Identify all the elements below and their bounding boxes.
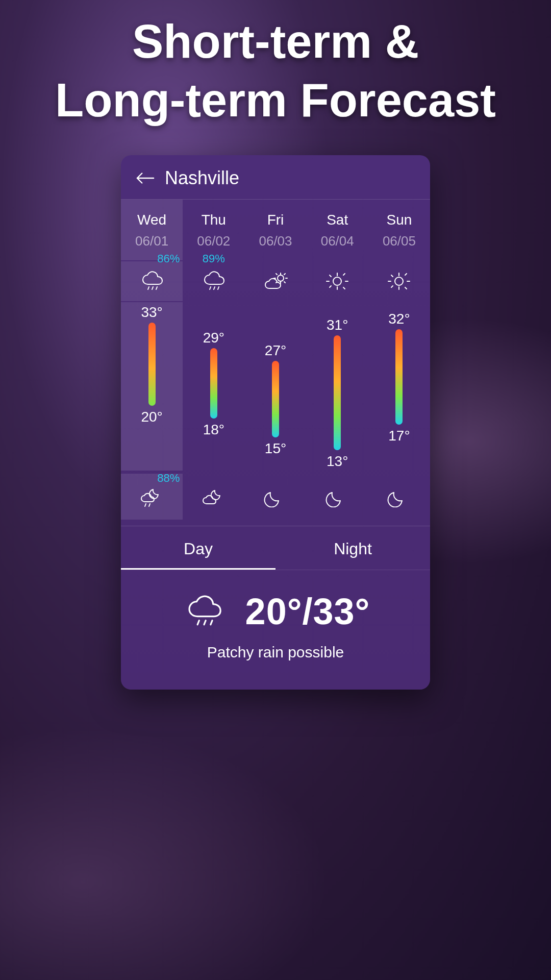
night-weather-icon-cell	[244, 474, 306, 520]
day-weather-icon-cell: 89%	[183, 261, 244, 301]
temp-bar	[395, 329, 403, 425]
temp-bar-cell: 32°17°	[368, 302, 430, 471]
hero-line-1: Short-term &	[0, 12, 551, 71]
rain-icon	[181, 594, 227, 629]
temp-bar-cell: 33°20°	[121, 302, 183, 471]
day-icons-row: 86%89%	[121, 261, 430, 301]
night-weather-icon-cell	[307, 474, 368, 520]
moon-icon	[261, 486, 290, 507]
moon-icon	[385, 486, 413, 507]
moon-icon	[323, 486, 352, 507]
temp-bars-row: 33°20°29°18°27°15°31°13°32°17°	[121, 302, 430, 471]
temp-bar-cell: 27°15°	[244, 302, 306, 471]
temp-bar	[272, 361, 279, 437]
day-name: Sat	[307, 212, 368, 228]
precip-chance: 86%	[157, 252, 180, 265]
day-date: 06/01	[121, 233, 183, 249]
moon-rain-icon	[138, 486, 166, 507]
temp-high: 27°	[265, 342, 286, 359]
day-weather-icon-cell	[244, 261, 306, 301]
day-column[interactable]: Sun06/05	[368, 200, 430, 260]
temp-low: 20°	[141, 409, 162, 425]
hero-title: Short-term & Long-term Forecast	[0, 0, 551, 130]
day-weather-icon-cell	[368, 261, 430, 301]
summary-temp: 20°/33°	[245, 591, 370, 632]
summary-desc: Patchy rain possible	[207, 644, 344, 661]
temp-bar	[210, 348, 217, 419]
temp-bar	[148, 323, 156, 406]
day-weather-icon-cell	[307, 261, 368, 301]
temp-low: 17°	[388, 428, 410, 444]
temp-low: 13°	[327, 453, 348, 470]
partly-icon	[261, 271, 290, 292]
day-date: 06/05	[368, 233, 430, 249]
weather-app-card: Nashville Wed06/01Thu06/02Fri06/03Sat06/…	[121, 155, 430, 690]
temp-low: 15°	[265, 440, 286, 457]
moon-cloud-icon	[199, 486, 228, 507]
precip-chance: 89%	[203, 252, 225, 265]
night-icons-row: 88%	[121, 474, 430, 520]
day-night-tabs: Day Night	[121, 526, 430, 570]
precip-chance: 88%	[157, 472, 180, 485]
day-date: 06/04	[307, 233, 368, 249]
temp-high: 33°	[141, 304, 162, 321]
temp-bar-cell: 31°13°	[307, 302, 368, 471]
temp-low: 18°	[203, 422, 224, 438]
night-weather-icon-cell: 88%	[121, 474, 183, 520]
temp-high: 32°	[388, 311, 410, 327]
day-weather-icon-cell: 86%	[121, 261, 183, 301]
rain-icon	[199, 271, 228, 292]
day-name: Thu	[183, 212, 244, 228]
day-column[interactable]: Fri06/03	[244, 200, 306, 260]
sun-icon	[385, 271, 413, 292]
hero-line-2: Long-term Forecast	[0, 71, 551, 130]
day-date: 06/02	[183, 233, 244, 249]
rain-icon	[138, 271, 166, 292]
summary-panel: 20°/33° Patchy rain possible	[121, 570, 430, 690]
sun-icon	[323, 271, 352, 292]
location-name: Nashville	[165, 167, 239, 189]
day-column[interactable]: Sat06/04	[307, 200, 368, 260]
tab-night[interactable]: Night	[276, 526, 430, 570]
night-weather-icon-cell	[368, 474, 430, 520]
back-arrow-icon[interactable]	[135, 171, 155, 185]
night-weather-icon-cell	[183, 474, 244, 520]
day-name: Fri	[244, 212, 306, 228]
app-header: Nashville	[121, 155, 430, 200]
tab-day[interactable]: Day	[121, 526, 276, 570]
day-date: 06/03	[244, 233, 306, 249]
day-name: Sun	[368, 212, 430, 228]
day-headers-row: Wed06/01Thu06/02Fri06/03Sat06/04Sun06/05	[121, 200, 430, 260]
day-name: Wed	[121, 212, 183, 228]
temp-high: 31°	[327, 317, 348, 333]
day-column[interactable]: Thu06/02	[183, 200, 244, 260]
temp-bar	[334, 335, 341, 450]
temp-bar-cell: 29°18°	[183, 302, 244, 471]
day-column[interactable]: Wed06/01	[121, 200, 183, 260]
temp-high: 29°	[203, 330, 224, 346]
